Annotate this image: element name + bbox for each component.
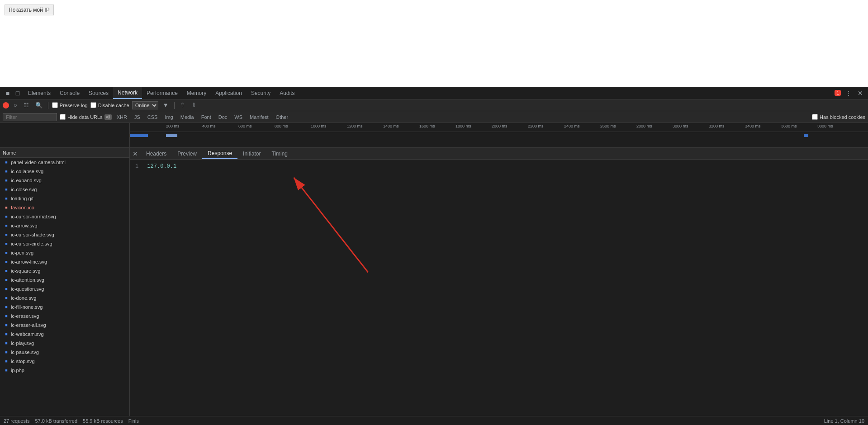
file-type-icon: ■: [4, 359, 9, 364]
file-item[interactable]: ■ic-arrow-line.svg: [0, 257, 129, 266]
file-type-icon: ■: [4, 205, 9, 210]
more-options-icon[interactable]: ⋮: [844, 89, 853, 97]
tab-elements[interactable]: Elements: [24, 87, 55, 99]
file-item[interactable]: ■loading.gif: [0, 194, 129, 203]
tab-console[interactable]: Console: [55, 87, 84, 99]
file-item[interactable]: ■ic-question.svg: [0, 284, 129, 293]
filter-toggle-button[interactable]: ☷: [22, 101, 31, 109]
file-item[interactable]: ■ic-pen.svg: [0, 248, 129, 257]
file-name: ic-cursor-shade.svg: [11, 232, 54, 237]
tab-application[interactable]: Application: [211, 87, 247, 99]
filter-xhr[interactable]: XHR: [114, 113, 129, 121]
close-response-button[interactable]: ✕: [130, 148, 141, 159]
response-panel: ✕ HeadersPreviewResponseInitiatorTiming …: [130, 148, 868, 416]
file-item[interactable]: ■ic-square.svg: [0, 266, 129, 275]
file-item[interactable]: ■ic-eraser.svg: [0, 312, 129, 321]
filter-media[interactable]: Media: [178, 113, 196, 121]
timeline-tick-6: 1400 ms: [383, 124, 399, 128]
file-item[interactable]: ■ic-cursor-circle.svg: [0, 239, 129, 248]
network-toolbar: ○ ☷ 🔍 Preserve log Disable cache Online …: [0, 99, 868, 111]
inspect-icon[interactable]: ■: [4, 89, 12, 97]
file-item[interactable]: ■ic-expand.svg: [0, 176, 129, 185]
tab-audits[interactable]: Audits: [275, 87, 299, 99]
disable-cache-label[interactable]: Disable cache: [90, 102, 129, 108]
file-name: ic-done.svg: [11, 295, 36, 301]
file-name: ic-cursor-circle.svg: [11, 241, 52, 246]
file-item[interactable]: ■ic-webcam.svg: [0, 330, 129, 339]
hide-data-urls-checkbox[interactable]: [60, 114, 66, 120]
filter-css[interactable]: CSS: [145, 113, 160, 121]
timeline-tick-4: 1000 ms: [311, 124, 327, 128]
tab-security[interactable]: Security: [247, 87, 275, 99]
response-tab-headers[interactable]: Headers: [141, 148, 172, 159]
show-ip-button[interactable]: Показать мой IP: [5, 5, 54, 15]
has-blocked-cookies-checkbox[interactable]: [812, 114, 818, 120]
file-name: ip.php: [11, 368, 24, 373]
throttle-settings-button[interactable]: ▼: [161, 101, 171, 109]
file-item[interactable]: ■ic-cursor-shade.svg: [0, 230, 129, 239]
filter-doc[interactable]: Doc: [216, 113, 230, 121]
file-item[interactable]: ■panel-video-camera.html: [0, 158, 129, 167]
response-tab-preview[interactable]: Preview: [172, 148, 202, 159]
filter-js[interactable]: JS: [132, 113, 142, 121]
response-value-1: 127.0.0.1: [147, 163, 176, 170]
device-icon[interactable]: □: [14, 89, 22, 97]
export-button[interactable]: ⇩: [190, 101, 198, 109]
filter-font[interactable]: Font: [199, 113, 213, 121]
file-name: ic-eraser.svg: [11, 313, 39, 319]
timeline-tick-2: 600 ms: [238, 124, 252, 128]
filter-other[interactable]: Other: [274, 113, 291, 121]
filter-manifest[interactable]: Manifest: [247, 113, 271, 121]
tab-memory[interactable]: Memory: [182, 87, 211, 99]
file-name: favicon.ico: [11, 205, 34, 210]
timeline-tick-12: 2600 ms: [600, 124, 616, 128]
file-type-icon: ■: [4, 259, 9, 264]
file-item[interactable]: ■ic-eraser-all.svg: [0, 321, 129, 330]
file-item[interactable]: ■ic-cursor-normal.svg: [0, 212, 129, 221]
throttling-select[interactable]: Online: [132, 101, 158, 109]
response-tab-response[interactable]: Response: [202, 148, 237, 159]
file-item[interactable]: ■ic-fill-none.svg: [0, 302, 129, 312]
file-name: ic-stop.svg: [11, 359, 35, 364]
file-item[interactable]: ■ic-arrow.svg: [0, 221, 129, 230]
preserve-log-label[interactable]: Preserve log: [52, 102, 88, 108]
filter-ws[interactable]: WS: [232, 113, 245, 121]
tab-performance[interactable]: Performance: [142, 87, 182, 99]
file-item[interactable]: ■ic-attention.svg: [0, 275, 129, 284]
file-item[interactable]: ■favicon.ico: [0, 203, 129, 212]
import-button[interactable]: ⇧: [178, 101, 187, 109]
file-item[interactable]: ■ic-done.svg: [0, 293, 129, 302]
file-item[interactable]: ■ic-pause.svg: [0, 348, 129, 357]
file-item[interactable]: ■ip.php: [0, 366, 129, 375]
tab-sources[interactable]: Sources: [84, 87, 113, 99]
file-name: ic-attention.svg: [11, 277, 44, 283]
file-type-icon: ■: [4, 349, 9, 355]
has-blocked-cookies-text: Has blocked cookies: [820, 114, 865, 120]
timeline-ruler: 200 ms400 ms600 ms800 ms1000 ms1200 ms14…: [130, 123, 868, 132]
response-tab-timing[interactable]: Timing: [266, 148, 293, 159]
file-name: loading.gif: [11, 196, 33, 201]
file-type-icon: ■: [4, 277, 9, 283]
disable-cache-checkbox[interactable]: [90, 102, 96, 108]
svg-line-1: [294, 178, 368, 273]
file-item[interactable]: ■ic-stop.svg: [0, 357, 129, 366]
file-type-icon: ■: [4, 160, 9, 165]
response-tab-initiator[interactable]: Initiator: [237, 148, 266, 159]
file-item[interactable]: ■ic-play.svg: [0, 339, 129, 348]
file-item[interactable]: ■ic-collapse.svg: [0, 167, 129, 176]
close-devtools-icon[interactable]: ✕: [856, 89, 864, 97]
response-tabs: ✕ HeadersPreviewResponseInitiatorTiming: [130, 148, 868, 160]
tab-network[interactable]: Network: [113, 87, 142, 99]
preserve-log-checkbox[interactable]: [52, 102, 58, 108]
filter-img[interactable]: Img: [162, 113, 175, 121]
record-button[interactable]: [3, 102, 9, 109]
clear-button[interactable]: ○: [12, 101, 19, 109]
search-button[interactable]: 🔍: [33, 101, 44, 109]
timeline-tick-11: 2400 ms: [564, 124, 580, 128]
filter-input[interactable]: [3, 113, 57, 121]
hide-data-urls-label[interactable]: Hide data URLs All: [60, 114, 112, 120]
timeline-right: 200 ms400 ms600 ms800 ms1000 ms1200 ms14…: [130, 123, 868, 147]
file-item[interactable]: ■ic-close.svg: [0, 185, 129, 194]
has-blocked-cookies-label[interactable]: Has blocked cookies: [812, 114, 865, 120]
file-type-icon: ■: [4, 214, 9, 219]
